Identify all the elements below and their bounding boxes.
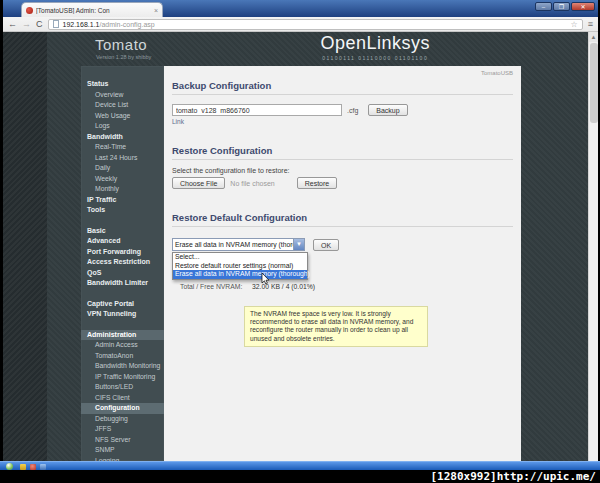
tab-close-icon[interactable]: × (154, 7, 158, 14)
sidebar-gap (81, 320, 164, 330)
sidebar-gap (81, 289, 164, 299)
page-header: Tomato Version 1.28 by shibby OpenLinksy… (3, 32, 588, 66)
back-icon[interactable]: ← (8, 18, 17, 31)
backup-button[interactable]: Backup (368, 104, 407, 116)
browser-icon[interactable] (30, 464, 36, 470)
windows-taskbar[interactable] (0, 461, 600, 470)
sidebar-item-daily[interactable]: Daily (81, 163, 164, 174)
browser-tab[interactable]: [TomatoUSB] Admin: Con × (21, 2, 163, 17)
sidebar-item-web-usage[interactable]: Web Usage (81, 111, 164, 122)
sidebar-item-ip-traffic-monitoring[interactable]: IP Traffic Monitoring (81, 372, 164, 383)
brand-version: Version 1.28 by shibby (96, 54, 151, 60)
mouse-cursor-icon (261, 273, 270, 285)
sidebar-item-port-forwarding[interactable]: Port Forwarding (81, 247, 164, 258)
sidebar-item-tomatoanon[interactable]: TomatoAnon (81, 351, 164, 362)
sidebar-item-advanced[interactable]: Advanced (81, 236, 164, 247)
corner-label: TomatoUSB (172, 66, 513, 78)
dropdown-options: Select...Restore default router settings… (172, 252, 308, 280)
sidebar-item-device-list[interactable]: Device List (81, 100, 164, 111)
browser-window: – ❐ ✕ [TomatoUSB] Admin: Con × ← → C 192… (3, 0, 598, 461)
openlinksys-logo: OpenLinksys (320, 33, 430, 54)
sidebar-item-nfs-server[interactable]: NFS Server (81, 435, 164, 446)
sidebar-item-jffs[interactable]: JFFS (81, 424, 164, 435)
dropdown-option[interactable]: Erase all data in NVRAM memory (thorough… (173, 270, 307, 279)
scroll-up-icon[interactable]: ▲ (589, 32, 598, 42)
sidebar-menu: StatusOverviewDevice ListWeb UsageLogsBa… (81, 66, 164, 461)
nvram-warning-note: The NVRAM free space is very low. It is … (244, 306, 428, 347)
sidebar-item-status[interactable]: Status (81, 79, 164, 90)
url-text[interactable]: 192.168.1.1/admin-config.asp (63, 21, 155, 28)
watermark-text: [1280x992]http://upic.me/ (430, 470, 596, 483)
sidebar-item-access-restriction[interactable]: Access Restriction (81, 257, 164, 268)
start-orb-icon[interactable] (6, 463, 13, 470)
titlebar[interactable]: – ❐ ✕ [TomatoUSB] Admin: Con × (3, 0, 598, 17)
sidebar-item-snmp[interactable]: SNMP (81, 445, 164, 456)
backup-filename-input[interactable] (172, 104, 342, 116)
sidebar-item-bandwidth-limiter[interactable]: Bandwidth Limiter (81, 278, 164, 289)
page-viewport: Tomato Version 1.28 by shibby OpenLinksy… (3, 32, 588, 461)
sidebar-item-bandwidth-monitoring[interactable]: Bandwidth Monitoring (81, 361, 164, 372)
player-icon[interactable] (40, 464, 46, 470)
file-extension-label: .cfg (347, 107, 358, 114)
url-host: 192.168.1.1 (63, 21, 100, 28)
url-bar[interactable]: 192.168.1.1/admin-config.asp ☆ (48, 19, 583, 30)
sidebar-item-admin-access[interactable]: Admin Access (81, 340, 164, 351)
sidebar-item-cifs-client[interactable]: CIFS Client (81, 393, 164, 404)
restore-mode-select[interactable]: Erase all data in NVRAM memory (thorough… (172, 238, 305, 251)
sidebar-item-last-24-hours[interactable]: Last 24 Hours (81, 153, 164, 164)
url-path: /admin-config.asp (99, 21, 154, 28)
sidebar-item-configuration[interactable]: Configuration (81, 403, 164, 414)
chevron-down-icon[interactable]: ▼ (293, 239, 304, 250)
forward-icon[interactable]: → (22, 18, 31, 31)
sidebar-item-weekly[interactable]: Weekly (81, 174, 164, 185)
sidebar-item-tools[interactable]: Tools (81, 205, 164, 216)
page-icon (53, 20, 59, 28)
sidebar-item-qos[interactable]: QoS (81, 268, 164, 279)
logo-binary-text: 01100111 01110000 01101100 (320, 55, 430, 61)
close-window-button[interactable]: ✕ (571, 2, 595, 11)
backup-link[interactable]: Link (172, 118, 188, 125)
bookmark-star-icon[interactable]: ☆ (571, 20, 578, 29)
nvram-row: Total / Free NVRAM: 32.00 KB / 4 (0.01%) (172, 283, 513, 290)
restore-instruction: Select the configuration file to restore… (172, 167, 513, 174)
sidebar-item-buttons-led[interactable]: Buttons/LED (81, 382, 164, 393)
restore-default-configuration-title: Restore Default Configuration (172, 212, 513, 227)
sidebar-item-real-time[interactable]: Real-Time (81, 142, 164, 153)
ok-button[interactable]: OK (313, 239, 339, 251)
dropdown-option[interactable]: Restore default router settings (normal) (173, 262, 307, 271)
tab-title: [TomatoUSB] Admin: Con (36, 7, 151, 14)
backup-configuration-title: Backup Configuration (172, 80, 513, 95)
main-content: TomatoUSB Backup Configuration .cfg Back… (164, 66, 521, 461)
select-value: Erase all data in NVRAM memory (thorough… (173, 239, 293, 250)
restore-button[interactable]: Restore (297, 177, 338, 189)
sidebar-item-basic[interactable]: Basic (81, 226, 164, 237)
window-controls: – ❐ ✕ (535, 2, 595, 11)
watermark-band: [1280x992]http://upic.me/ (0, 470, 600, 483)
brand-title: Tomato (95, 36, 147, 53)
logo-block: OpenLinksys 01100111 01110000 01101100 (320, 33, 430, 61)
sidebar-item-monthly[interactable]: Monthly (81, 184, 164, 195)
restore-button[interactable]: ❐ (553, 2, 570, 11)
sidebar-item-bandwidth[interactable]: Bandwidth (81, 132, 164, 143)
sidebar-item-vpn-tunneling[interactable]: VPN Tunneling (81, 309, 164, 320)
file-status-text: No file chosen (230, 180, 274, 187)
reload-icon[interactable]: C (36, 18, 43, 31)
restore-configuration-title: Restore Configuration (172, 145, 513, 160)
choose-file-button[interactable]: Choose File (172, 177, 225, 189)
minimize-button[interactable]: – (535, 2, 552, 11)
sidebar-item-logs[interactable]: Logs (81, 121, 164, 132)
sidebar-item-ip-traffic[interactable]: IP Traffic (81, 195, 164, 206)
sidebar-item-overview[interactable]: Overview (81, 90, 164, 101)
tomato-favicon-icon (26, 7, 33, 14)
browser-scrollbar[interactable]: ▲ (588, 32, 598, 461)
sidebar-item-captive-portal[interactable]: Captive Portal (81, 299, 164, 310)
folder-icon[interactable] (20, 464, 26, 470)
scrollbar-thumb[interactable] (590, 43, 598, 123)
dropdown-option[interactable]: Select... (173, 253, 307, 262)
page-left-margin (3, 32, 47, 461)
sidebar-item-debugging[interactable]: Debugging (81, 414, 164, 425)
sidebar-gap (81, 216, 164, 226)
browser-menu-icon[interactable]: ≡ (588, 19, 593, 29)
sidebar-item-administration[interactable]: Administration (81, 330, 164, 341)
browser-toolbar: ← → C 192.168.1.1/admin-config.asp ☆ ≡ (3, 17, 598, 32)
